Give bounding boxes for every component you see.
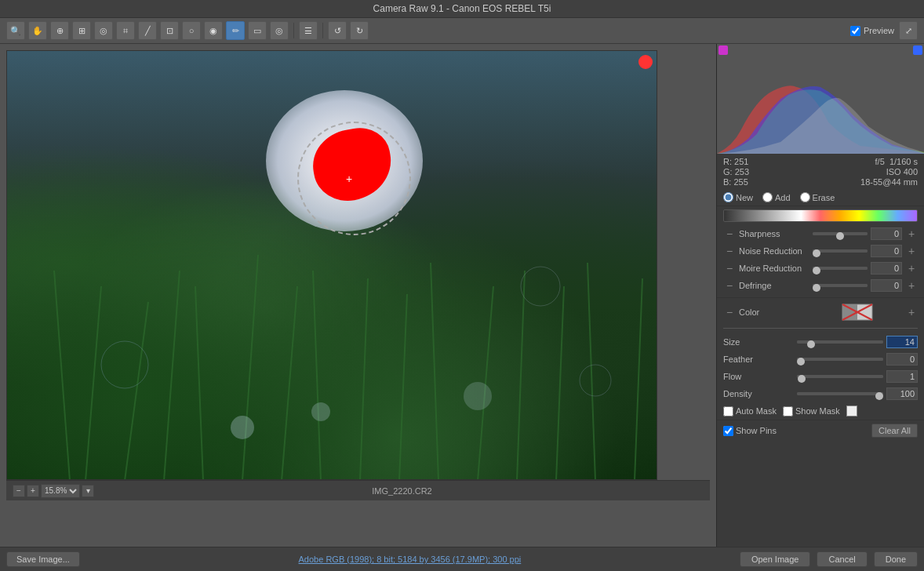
feather-value[interactable]: [886, 353, 918, 366]
moire-reduction-value[interactable]: [871, 262, 902, 275]
erase-mode-label: Erase: [813, 193, 835, 202]
sharpness-label: Sharpness: [739, 229, 809, 238]
color-sampler-tool[interactable]: ⊞: [72, 21, 91, 40]
size-value[interactable]: [886, 336, 918, 348]
target-adj-tool[interactable]: ◎: [94, 21, 113, 40]
moire-reduction-row: − Moire Reduction +: [717, 260, 924, 277]
zoom-dropdown-btn[interactable]: ▾: [82, 485, 94, 497]
done-btn[interactable]: Done: [874, 551, 918, 567]
show-pins-option[interactable]: Show Pins: [723, 426, 777, 436]
iso-value: ISO 400: [860, 167, 918, 176]
auto-mask-checkbox[interactable]: [723, 406, 733, 416]
defringe-minus[interactable]: −: [723, 279, 736, 292]
auto-mask-option[interactable]: Auto Mask: [723, 406, 777, 416]
feather-slider[interactable]: [797, 358, 883, 361]
clipping-shadow-indicator[interactable]: [718, 45, 728, 55]
density-value[interactable]: [886, 387, 918, 400]
zoom-tool[interactable]: 🔍: [6, 21, 25, 40]
adjustment-brush-panel: Adjustment Brush ⋮⋮ New Add Erase: [717, 169, 924, 547]
radial-filter-tool[interactable]: ◎: [270, 21, 289, 40]
color-plus[interactable]: +: [905, 306, 918, 318]
cancel-btn[interactable]: Cancel: [817, 551, 867, 567]
zoom-select[interactable]: 15.8% 25% 50% 100%: [41, 484, 80, 498]
defringe-value[interactable]: [871, 279, 902, 292]
sharpness-value[interactable]: [871, 227, 902, 240]
rotate-cw-btn[interactable]: ↻: [350, 21, 369, 40]
canvas-area: +: [0, 44, 716, 547]
erase-mode-radio[interactable]: [800, 192, 810, 202]
g-value: G: 253: [723, 167, 749, 176]
show-mask-checkbox[interactable]: [783, 406, 793, 416]
size-label: Size: [723, 337, 794, 347]
flow-label: Flow: [723, 372, 794, 381]
defringe-slider[interactable]: [813, 284, 868, 287]
feather-label: Feather: [723, 355, 794, 364]
clipping-indicator[interactable]: [638, 55, 653, 69]
mask-options-row: Auto Mask Show Mask: [717, 402, 924, 420]
add-mode-radio[interactable]: [762, 192, 773, 202]
divider-1: [717, 297, 924, 298]
defringe-plus[interactable]: +: [905, 279, 918, 292]
density-row: Density: [717, 385, 924, 402]
add-mode-option[interactable]: Add: [762, 192, 791, 202]
histogram-svg: [717, 60, 924, 154]
noise-reduction-minus[interactable]: −: [723, 245, 736, 257]
new-mode-option[interactable]: New: [723, 192, 753, 202]
b-value: B: 255: [723, 177, 749, 187]
moire-reduction-slider[interactable]: [813, 267, 868, 270]
show-mask-option[interactable]: Show Mask: [783, 406, 840, 416]
save-image-btn[interactable]: Save Image...: [6, 551, 80, 567]
new-mode-radio[interactable]: [723, 192, 733, 202]
title-bar: Camera Raw 9.1 - Canon EOS REBEL T5i: [0, 0, 924, 18]
density-slider-container: [797, 392, 883, 395]
eyedropper-tool[interactable]: ⊕: [50, 21, 69, 40]
clipping-highlight-indicator[interactable]: [913, 45, 922, 55]
straighten-tool[interactable]: ╱: [138, 21, 157, 40]
mask-color-swatch[interactable]: [846, 406, 857, 416]
preview-checkbox[interactable]: [850, 26, 860, 36]
erase-mode-option[interactable]: Erase: [800, 192, 835, 202]
zoom-in-btn[interactable]: +: [27, 485, 39, 497]
transform-tool[interactable]: ⊡: [160, 21, 179, 40]
moire-reduction-plus[interactable]: +: [905, 262, 918, 275]
clear-all-btn[interactable]: Clear All: [871, 424, 918, 438]
open-image-btn[interactable]: Open Image: [740, 551, 811, 567]
flow-value[interactable]: [886, 370, 918, 383]
preferences-btn[interactable]: ☰: [299, 21, 318, 40]
spot-removal-tool[interactable]: ○: [182, 21, 201, 40]
preview-area: Preview ⤢: [850, 21, 918, 40]
color-swatch-svg[interactable]: [842, 304, 873, 321]
noise-reduction-plus[interactable]: +: [905, 245, 918, 257]
fullscreen-btn[interactable]: ⤢: [899, 21, 918, 40]
image-container[interactable]: +: [6, 50, 657, 480]
color-swatch-area[interactable]: [813, 304, 902, 321]
red-eye-tool[interactable]: ◉: [204, 21, 223, 40]
noise-reduction-value[interactable]: [871, 245, 902, 257]
sharpness-minus[interactable]: −: [723, 227, 736, 240]
moire-reduction-minus[interactable]: −: [723, 262, 736, 275]
sharpness-plus[interactable]: +: [905, 227, 918, 240]
color-minus[interactable]: −: [723, 306, 736, 318]
noise-reduction-slider-container: [813, 249, 868, 253]
crop-tool[interactable]: ⌗: [116, 21, 135, 40]
sharpness-slider[interactable]: [813, 232, 868, 235]
adj-brush-tool[interactable]: ✏: [226, 21, 245, 40]
svg-rect-23: [842, 304, 857, 320]
sharpness-slider-container: [813, 232, 868, 235]
size-slider[interactable]: [797, 340, 883, 344]
lens-value: 18-55@44 mm: [860, 177, 918, 187]
brush-section-divider: [723, 328, 918, 329]
hand-tool[interactable]: ✋: [28, 21, 47, 40]
preview-label[interactable]: Preview: [850, 26, 894, 36]
histogram-canvas: [717, 44, 924, 154]
density-slider[interactable]: [797, 392, 883, 395]
show-pins-checkbox[interactable]: [723, 426, 733, 436]
noise-reduction-slider[interactable]: [813, 249, 868, 253]
gradient-filter-tool[interactable]: ▭: [248, 21, 267, 40]
image-background: +: [7, 51, 657, 479]
flow-slider[interactable]: [797, 375, 883, 378]
color-info-link[interactable]: Adobe RGB (1998); 8 bit; 5184 by 3456 (1…: [86, 555, 733, 564]
zoom-out-btn[interactable]: −: [13, 485, 25, 497]
histogram-area: R: 251 G: 253 B: 255 f/5 1/160 s ISO 400…: [717, 44, 924, 169]
rotate-ccw-btn[interactable]: ↺: [328, 21, 347, 40]
